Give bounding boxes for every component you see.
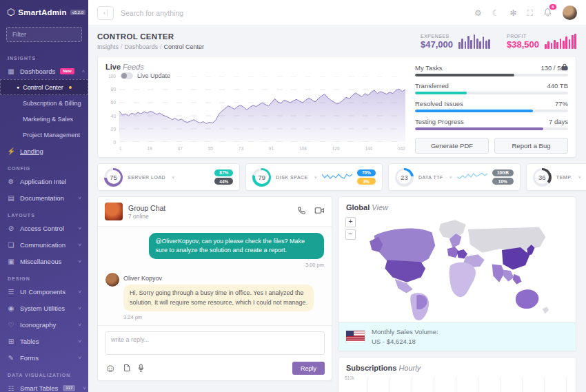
dark-mode-moon-icon[interactable]: ☾	[492, 9, 500, 17]
new-badge: New	[60, 68, 74, 74]
disk-space-widget: 79 DISK SPACE˅ 76% 3%	[245, 163, 383, 191]
item-label: Smart Tables	[20, 384, 58, 392]
sidebar-filter-input[interactable]	[6, 27, 82, 42]
attach-file-icon[interactable]	[123, 362, 130, 375]
gauge-ring: 79	[252, 168, 271, 187]
profit-stat: PROFIT $38,500	[507, 34, 576, 50]
chevron-down-icon[interactable]: ˅	[449, 175, 452, 180]
message-bubble: Hi, Sorry going through a busy time in o…	[123, 285, 314, 311]
reply-input[interactable]	[105, 331, 325, 355]
count-badge: 137	[63, 385, 75, 391]
sent-message: @OliverKopyov, can you please check the …	[149, 233, 324, 259]
page-title: CONTROL CENTER	[97, 32, 204, 41]
status-badge: 87%	[214, 169, 233, 176]
generate-pdf-button[interactable]: Generate PDF	[415, 138, 489, 154]
sidebar-item-application-intel[interactable]: ⚙ Application Intel	[0, 173, 88, 189]
sender-avatar[interactable]	[105, 273, 119, 287]
nav-section-data-visualization: Data Visualization	[0, 366, 88, 380]
active-bullet-icon: ●	[17, 85, 19, 90]
sidebar: ⬡ SmartAdmin v5.2.0 Insights ▦ Dashboard…	[0, 0, 88, 392]
search-input[interactable]	[121, 9, 467, 17]
sidebar-item-dashboards[interactable]: ▦ Dashboards New ˄	[0, 63, 88, 79]
chevron-down-icon: ˅	[78, 338, 81, 344]
report-bug-button[interactable]: Report a Bug	[494, 138, 568, 154]
status-badge: 44%	[214, 178, 233, 185]
settings-gear-icon[interactable]: ⚙	[474, 9, 482, 17]
chat-message-list[interactable]: @OliverKopyov, can you please check the …	[98, 227, 332, 325]
logo-icon: ⬡	[7, 8, 14, 17]
breadcrumb: Insights/Dashboards/Control Center	[97, 43, 204, 50]
top-bar: ‹ ⚙ ☾ ✻ ⛶ 8	[88, 0, 586, 26]
sidebar-item-system-utilities[interactable]: ◉ System Utilities ˅	[0, 300, 88, 316]
item-label: Access Control	[20, 225, 64, 232]
progress-bar	[415, 92, 568, 94]
sidebar-item-subscription-billing[interactable]: Subscription & Billing	[0, 95, 88, 111]
task-row: Testing Progress7 days	[415, 118, 568, 130]
pencil-icon: ✎	[7, 354, 15, 362]
breadcrumb-item[interactable]: Insights	[97, 43, 119, 50]
video-call-icon[interactable]	[314, 205, 325, 218]
lightning-icon: ⚡	[7, 147, 15, 155]
live-update-toggle[interactable]	[121, 72, 133, 79]
chevron-down-icon[interactable]: ˅	[172, 175, 174, 180]
fullscreen-icon[interactable]: ⛶	[527, 9, 533, 17]
sidebar-item-access-control[interactable]: ⊘ Access Control ˅	[0, 220, 88, 236]
map-zoom-in-button[interactable]: +	[345, 217, 356, 227]
sidebar-item-control-center[interactable]: ● Control Center	[0, 79, 88, 95]
shield-icon: ⊘	[7, 225, 15, 232]
microphone-icon[interactable]	[138, 362, 144, 375]
layers-icon: ☰	[7, 288, 15, 296]
sales-volume-footer: Monthly Sales Volume: US - $4,624.18	[339, 322, 576, 351]
group-chat-panel: Group Chat 7 online @OliverKopyov, can y…	[97, 196, 332, 381]
sidebar-item-communication[interactable]: ❏ Communication ˅	[0, 236, 88, 253]
sidebar-collapse-button[interactable]: ‹	[97, 6, 114, 20]
reply-button[interactable]: Reply	[292, 362, 325, 375]
app-name: SmartAdmin	[18, 8, 66, 17]
sidebar-item-iconography[interactable]: ♡ Iconography ˅	[0, 316, 88, 333]
book-icon: ▤	[7, 194, 15, 202]
received-message: Oliver Kopyov Hi, Sorry going through a …	[105, 273, 324, 311]
sidebar-item-tables[interactable]: ⊞ Tables ˅	[0, 333, 88, 349]
sidebar-item-marketing-sales[interactable]: Marketing & Sales	[0, 111, 88, 127]
expenses-value: $47,000	[421, 39, 453, 50]
archive-icon: ▣	[7, 258, 15, 265]
chevron-down-icon[interactable]: ˅	[314, 175, 317, 180]
item-label: UI Components	[20, 288, 65, 296]
live-update-label: Live Update	[137, 72, 170, 79]
user-avatar[interactable]	[563, 6, 577, 20]
sidebar-item-landing[interactable]: ⚡ Landing	[0, 143, 88, 159]
phone-call-icon[interactable]	[297, 205, 306, 218]
item-label: Miscellaneous	[20, 258, 61, 265]
sidebar-item-forms[interactable]: ✎ Forms ˅	[0, 349, 88, 366]
breadcrumb-item[interactable]: Dashboards	[125, 43, 159, 50]
lock-icon[interactable]	[561, 61, 568, 74]
status-badge: 3%	[357, 178, 376, 185]
nav-section-design: Design	[0, 269, 88, 283]
map-zoom-out-button[interactable]: −	[345, 229, 356, 240]
chevron-down-icon[interactable]: ˅	[578, 175, 581, 180]
message-time: 3:00 pm	[105, 262, 324, 268]
status-badge: 76%	[357, 169, 376, 176]
notifications-bell-icon[interactable]: 8	[543, 8, 552, 19]
sidebar-item-miscellaneous[interactable]: ▣ Miscellaneous ˅	[0, 253, 88, 269]
world-map[interactable]: + −	[339, 213, 576, 322]
server-load-widget: 75 SERVER LOAD˅ 87% 44%	[97, 163, 240, 191]
group-chat-avatar[interactable]	[105, 203, 123, 220]
apps-launcher-icon[interactable]: ✻	[510, 9, 517, 17]
chevron-down-icon: ˅	[78, 355, 81, 361]
emoji-icon[interactable]: ☺	[105, 362, 116, 375]
version-badge: v5.2.0	[70, 10, 85, 15]
item-label: Application Intel	[20, 178, 66, 185]
sidebar-item-documentation[interactable]: ▤ Documentation ˅	[0, 189, 88, 206]
item-label: Documentation	[20, 194, 64, 202]
choropleth-map	[339, 213, 576, 322]
data-ttf-widget: 23 DATA TTF˅ 10GB 10%	[388, 163, 521, 191]
app-logo[interactable]: ⬡ SmartAdmin v5.2.0	[0, 0, 88, 23]
sidebar-item-smart-tables[interactable]: ☷ Smart Tables 137 ˅	[0, 380, 88, 392]
sidebar-item-project-management[interactable]: Project Management	[0, 127, 88, 143]
live-area-chart	[119, 76, 405, 142]
progress-bar	[415, 110, 568, 112]
sidebar-item-ui-components[interactable]: ☰ UI Components ˅	[0, 283, 88, 300]
gauge-ring: 75	[104, 168, 123, 187]
sparkline-chart	[322, 170, 352, 184]
